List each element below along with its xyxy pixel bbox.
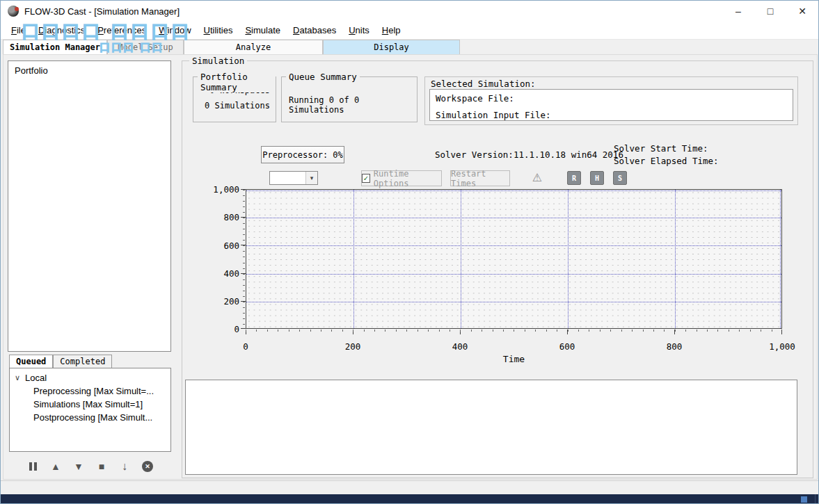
gridline [246, 302, 781, 302]
window-title: FLOW-3D Cast - [Simulation Manager] [24, 6, 180, 17]
checkbox-check-icon: ✓ [362, 174, 370, 183]
x-axis-label: Time [246, 354, 782, 364]
cancel-button[interactable]: ✕ [139, 458, 156, 475]
gridline [353, 190, 354, 328]
preprocessor-progress-button[interactable]: Preprocessor: 0% [261, 146, 344, 163]
solver-elapsed-time-label: Solver Elapsed Time: [614, 156, 719, 166]
minimize-button[interactable]: – [722, 1, 754, 22]
stop-button[interactable]: ■ [93, 458, 110, 475]
pause-icon [29, 462, 38, 471]
queue-summary-group: Queue Summary Running 0 of 0 Simulations [281, 76, 418, 122]
menu-item-window[interactable]: Window [152, 22, 197, 38]
chevron-down-icon[interactable]: ▾ [305, 172, 317, 184]
taskbar [1, 494, 818, 504]
menu-item-units[interactable]: Units [342, 22, 376, 38]
tab-queued[interactable]: Queued [9, 355, 53, 368]
main-tab-strip: Simulation Manager Model Setup Analyze D… [3, 40, 818, 55]
gridline [461, 190, 461, 328]
move-up-button[interactable]: ▲ [47, 458, 64, 475]
queue-tree[interactable]: ∨ Local Preprocessing [Max Simult=... Si… [9, 368, 171, 452]
simulation-dropdown[interactable]: ▾ [269, 171, 318, 185]
x-axis-tick: 600 [546, 341, 589, 352]
maximize-button[interactable]: □ [754, 1, 786, 22]
down-triangle-icon: ▼ [74, 461, 84, 472]
x-axis-tick: 200 [331, 341, 374, 352]
tree-item-local-label: Local [25, 373, 47, 383]
window-controls: – □ ✕ [722, 1, 818, 22]
gridline [568, 190, 568, 328]
portfolio-panel[interactable]: Portfolio [8, 60, 171, 352]
runtime-options-label: Runtime Options [374, 169, 441, 188]
workspace-file-label: Workspace File: [430, 93, 793, 104]
move-to-bottom-button[interactable]: ↓ [116, 458, 133, 475]
menu-item-databases[interactable]: Databases [287, 22, 342, 38]
chevron-down-icon[interactable]: ∨ [15, 371, 20, 384]
restart-data-button[interactable]: R [567, 171, 581, 185]
queue-tab-strip: Queued Completed [9, 355, 112, 368]
history-data-button[interactable]: H [590, 171, 604, 185]
app-logo-icon [8, 6, 19, 17]
down-arrow-icon: ↓ [122, 460, 127, 473]
gridline [246, 190, 781, 191]
y-axis-tick: 600 [206, 241, 239, 251]
tab-display[interactable]: Display [323, 40, 460, 55]
tree-item-simulations[interactable]: Simulations [Max Simult=1] [10, 398, 170, 411]
tab-model-setup[interactable]: Model Setup [107, 40, 184, 55]
tree-item-local[interactable]: ∨ Local [10, 371, 170, 384]
gridline [246, 218, 781, 218]
tray-icon[interactable] [801, 496, 807, 503]
menu-item-simulate[interactable]: Simulate [239, 22, 287, 38]
x-axis-tick: 800 [653, 341, 696, 352]
menu-item-file[interactable]: File [5, 22, 32, 38]
cancel-icon: ✕ [142, 461, 153, 472]
status-bar [1, 480, 818, 494]
warning-icon-button[interactable]: ⚠ [528, 169, 546, 186]
y-minor-ticks [243, 190, 245, 329]
warning-icon: ⚠ [532, 171, 542, 184]
running-status: Running 0 of 0 Simulations [282, 95, 417, 115]
x-axis-tick: 400 [438, 341, 482, 352]
queue-summary-title: Queue Summary [286, 72, 360, 82]
gridline [246, 274, 781, 275]
x-axis-tick: 0 [224, 341, 267, 352]
y-axis-tick: 200 [206, 296, 239, 307]
portfolio-title: Portfolio [15, 65, 48, 76]
move-down-button[interactable]: ▼ [70, 458, 87, 475]
simulations-count: 0 Simulations [193, 101, 276, 111]
tab-strip-filler [460, 40, 818, 55]
selected-simulation-box: Workspace File: Simulation Input File: [429, 89, 793, 121]
menu-item-preferences[interactable]: Preferences [91, 22, 152, 38]
menu-item-help[interactable]: Help [376, 22, 407, 38]
tree-item-postprocessing[interactable]: Postprocessing [Max Simult... [10, 411, 170, 424]
tab-completed[interactable]: Completed [53, 355, 112, 368]
menu-item-diagnostics[interactable]: Diagnostics [32, 22, 91, 38]
close-button[interactable]: ✕ [786, 1, 818, 22]
runtime-options-button[interactable]: ✓ Runtime Options [361, 170, 442, 186]
solver-progress-plot [246, 189, 782, 329]
show-desktop-button[interactable] [815, 494, 818, 504]
tab-analyze[interactable]: Analyze [184, 40, 323, 55]
y-axis-tick: 400 [206, 268, 239, 279]
stop-icon: ■ [99, 461, 104, 472]
menu-item-utilities[interactable]: Utilities [198, 22, 239, 38]
y-axis-tick: 0 [206, 324, 239, 334]
queue-control-buttons: ▲ ▼ ■ ↓ ✕ [24, 458, 156, 475]
portfolio-summary-group: Portfolio Summary 0 Workspaces 0 Simulat… [193, 76, 276, 122]
y-axis-tick: 800 [206, 212, 239, 222]
simulation-input-file-label: Simulation Input File: [430, 110, 793, 120]
up-triangle-icon: ▲ [51, 461, 61, 472]
gridline [246, 245, 781, 246]
tree-item-preprocessing[interactable]: Preprocessing [Max Simult=... [10, 384, 170, 398]
message-log[interactable] [185, 380, 797, 475]
pause-button[interactable] [24, 458, 41, 475]
tab-simulation-manager[interactable]: Simulation Manager [3, 40, 107, 55]
app-window: FLOW-3D Cast - [Simulation Manager] – □ … [0, 0, 819, 504]
x-minor-ticks [246, 330, 782, 332]
restart-times-button[interactable]: Restart Times [450, 170, 510, 186]
gridline [780, 190, 781, 328]
simulation-group-title: Simulation [189, 56, 247, 66]
portfolio-summary-title: Portfolio Summary [198, 72, 276, 92]
x-axis-tick: 1,000 [761, 341, 804, 352]
spatial-data-button[interactable]: S [613, 171, 627, 185]
gridline [675, 190, 676, 328]
